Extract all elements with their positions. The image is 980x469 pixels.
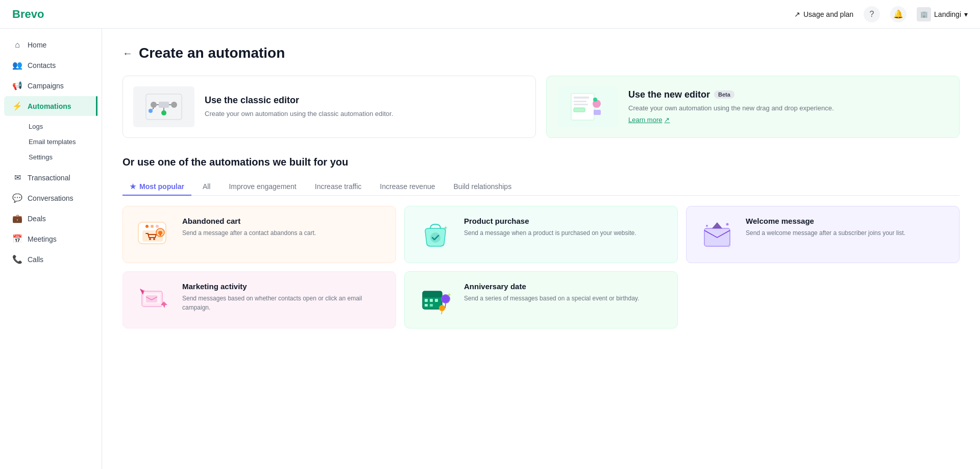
marketing-activity-content: Marketing activity Send messages based o… [182,282,385,312]
calls-icon: 📞 [12,254,22,264]
svg-rect-16 [594,110,601,115]
product-purchase-description: Send a message when a product is purchas… [464,228,636,238]
anniversary-date-title: Anniversary date [464,282,639,291]
learn-more-link[interactable]: Learn more ↗ [628,116,670,124]
sidebar-item-contacts[interactable]: 👥 Contacts [4,55,97,75]
welcome-message-description: Send a welcome message after a subscribe… [746,228,905,238]
welcome-message-thumbnail [697,217,738,252]
classic-editor-card[interactable]: Use the classic editor Create your own a… [122,76,536,138]
brand-logo[interactable]: Brevo [12,8,44,21]
bell-icon: 🔔 [893,9,903,19]
sidebar-item-campaigns[interactable]: 📢 Campaigns [4,76,97,96]
anniversary-date-thumbnail [415,282,456,318]
editor-cards: Use the classic editor Create your own a… [122,76,960,138]
automation-card-welcome-message[interactable]: Welcome message Send a welcome message a… [686,206,960,263]
tab-increase-revenue[interactable]: Increase revenue [373,178,442,196]
automation-card-product-purchase[interactable]: Product purchase Send a message when a p… [404,206,678,263]
product-purchase-thumbnail [415,217,456,252]
svg-point-3 [171,102,177,108]
classic-editor-thumbnail [133,86,194,127]
anniversary-date-description: Send a series of messages based on a spe… [464,294,639,303]
usage-plan-button[interactable]: ↗ Usage and plan [794,10,853,18]
home-icon: ⌂ [12,40,22,50]
contacts-icon: 👥 [12,60,22,70]
svg-point-6 [161,110,166,115]
svg-point-32 [706,225,708,227]
new-editor-thumbnail [557,86,618,127]
built-for-you-title: Or use one of the automations we built f… [122,156,960,168]
marketing-activity-thumbnail [133,282,174,318]
abandoned-cart-title: Abandoned cart [182,217,316,225]
external-link-icon: ↗ [664,116,670,124]
tab-increase-traffic[interactable]: Increase traffic [308,178,369,196]
automation-card-marketing-activity[interactable]: Marketing activity Send messages based o… [122,271,396,329]
abandoned-cart-content: Abandoned cart Send a message after a co… [182,217,316,238]
tab-improve-engagement[interactable]: Improve engagement [222,178,303,196]
main-layout: ⌂ Home 👥 Contacts 📢 Campaigns ⚡ Automati… [0,29,980,469]
new-editor-description: Create your own automation using the new… [628,103,834,113]
svg-point-21 [145,225,149,228]
sidebar-item-conversations[interactable]: 💬 Conversations [4,188,97,208]
active-indicator [96,96,97,116]
new-editor-card[interactable]: Use the new editor Beta Create your own … [546,76,960,138]
abandoned-cart-description: Send a message after a contact abandons … [182,228,316,238]
sidebar-item-calls[interactable]: 📞 Calls [4,249,97,269]
svg-point-29 [160,234,161,236]
automations-sub-menu: Logs Email templates Settings [0,116,102,167]
notifications-button[interactable]: 🔔 [890,6,906,22]
svg-point-25 [149,238,151,240]
svg-rect-42 [435,299,438,302]
svg-rect-14 [574,108,585,112]
sidebar: ⌂ Home 👥 Contacts 📢 Campaigns ⚡ Automati… [0,29,102,469]
product-purchase-title: Product purchase [464,217,636,225]
new-editor-title: Use the new editor Beta [628,89,834,100]
tab-most-popular[interactable]: ★ Most popular [122,178,191,196]
deals-icon: 💼 [12,214,22,223]
account-icon: 🏢 [917,7,931,21]
automation-grid: Abandoned cart Send a message after a co… [122,206,960,329]
sidebar-item-transactional[interactable]: ✉ Transactional [4,168,97,187]
star-icon: ★ [130,182,136,191]
svg-point-17 [593,98,597,102]
welcome-message-title: Welcome message [746,217,905,225]
tab-build-relationships[interactable]: Build relationships [447,178,519,196]
meetings-icon: 📅 [12,234,22,244]
abandoned-cart-thumbnail [133,217,174,252]
sidebar-item-automations[interactable]: ⚡ Automations [4,96,97,116]
usage-icon: ↗ [794,10,800,18]
back-icon: ← [122,48,133,59]
automations-icon: ⚡ [12,101,22,111]
tab-all[interactable]: All [195,178,218,196]
svg-rect-11 [574,97,589,99]
help-icon: ? [870,10,874,19]
svg-point-46 [442,295,449,302]
automation-card-abandoned-cart[interactable]: Abandoned cart Send a message after a co… [122,206,396,263]
classic-editor-description: Create your own automation using the cla… [205,109,393,119]
svg-point-2 [151,102,157,108]
svg-point-23 [156,225,159,228]
sidebar-item-settings[interactable]: Settings [22,150,97,165]
svg-rect-40 [425,299,428,302]
topnav-right: ↗ Usage and plan ? 🔔 🏢 Landingi ▾ [794,6,968,22]
sidebar-item-deals[interactable]: 💼 Deals [4,208,97,228]
svg-point-8 [149,109,153,113]
beta-badge: Beta [714,90,734,99]
svg-point-26 [153,238,155,240]
svg-point-47 [439,305,445,311]
back-button[interactable]: ← [122,48,133,59]
campaigns-icon: 📢 [12,81,22,90]
help-button[interactable]: ? [864,6,880,22]
svg-rect-1 [159,102,169,108]
account-menu[interactable]: 🏢 Landingi ▾ [917,7,968,21]
sidebar-item-email-templates[interactable]: Email templates [22,134,97,149]
automation-card-anniversary-date[interactable]: Anniversary date Send a series of messag… [404,271,678,329]
page-header: ← Create an automation [122,45,960,61]
sidebar-item-home[interactable]: ⌂ Home [4,35,97,55]
sidebar-item-meetings[interactable]: 📅 Meetings [4,229,97,249]
marketing-activity-title: Marketing activity [182,282,385,291]
product-purchase-content: Product purchase Send a message when a p… [464,217,636,238]
marketing-activity-description: Send messages based on whether contacts … [182,294,385,312]
svg-point-33 [726,223,729,225]
svg-rect-13 [574,104,588,105]
sidebar-item-logs[interactable]: Logs [22,119,97,134]
